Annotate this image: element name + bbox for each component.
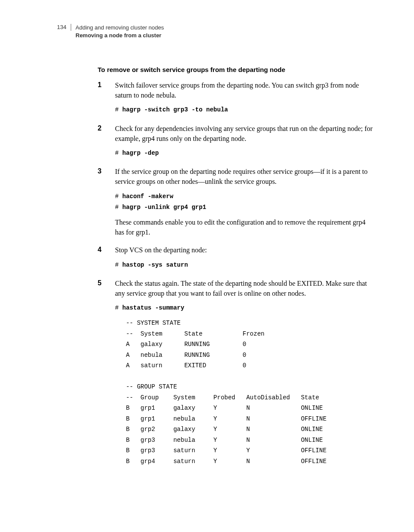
content: To remove or switch service groups from … bbox=[98, 65, 373, 467]
step-5: Check the status again. The state of the… bbox=[98, 278, 373, 467]
header-chapter: Adding and removing cluster nodes bbox=[76, 24, 164, 32]
page-header: 134 Adding and removing cluster nodes Re… bbox=[54, 24, 373, 39]
command: hastop -sys saturn bbox=[122, 261, 188, 268]
intro-title: To remove or switch service groups from … bbox=[98, 65, 373, 74]
step-text: If the service group on the departing no… bbox=[115, 166, 373, 186]
command: hagrp -dep bbox=[122, 150, 159, 157]
step-1: Switch failover service groups from the … bbox=[98, 80, 373, 116]
status-output: -- SYSTEM STATE -- System State Frozen A… bbox=[115, 318, 373, 467]
command-block: # hastop -sys saturn bbox=[115, 260, 373, 271]
command-block: # hagrp -dep bbox=[115, 148, 373, 159]
step-after-text: These commands enable you to edit the co… bbox=[115, 217, 373, 237]
header-text: Adding and removing cluster nodes Removi… bbox=[71, 24, 164, 39]
command: hagrp -switch grp3 -to nebula bbox=[122, 106, 228, 113]
command: hagrp -unlink grp4 grp1 bbox=[122, 204, 206, 211]
header-section: Removing a node from a cluster bbox=[76, 32, 164, 39]
page-number: 134 bbox=[54, 24, 71, 31]
steps-list: Switch failover service groups from the … bbox=[98, 80, 373, 467]
step-2: Check for any dependencies involving any… bbox=[98, 124, 373, 159]
command: hastatus -summary bbox=[122, 304, 184, 311]
command-block: # hastatus -summary bbox=[115, 303, 373, 313]
page: 134 Adding and removing cluster nodes Re… bbox=[0, 0, 414, 532]
step-text: Check for any dependencies involving any… bbox=[115, 124, 373, 144]
step-text: Check the status again. The state of the… bbox=[115, 278, 373, 298]
command-block: # haconf -makerw # hagrp -unlink grp4 gr… bbox=[115, 191, 373, 213]
step-4: Stop VCS on the departing node: # hastop… bbox=[98, 245, 373, 270]
step-text: Stop VCS on the departing node: bbox=[115, 245, 373, 255]
step-text: Switch failover service groups from the … bbox=[115, 80, 373, 100]
command: haconf -makerw bbox=[122, 193, 174, 200]
step-3: If the service group on the departing no… bbox=[98, 166, 373, 237]
command-block: # hagrp -switch grp3 -to nebula bbox=[115, 104, 373, 115]
